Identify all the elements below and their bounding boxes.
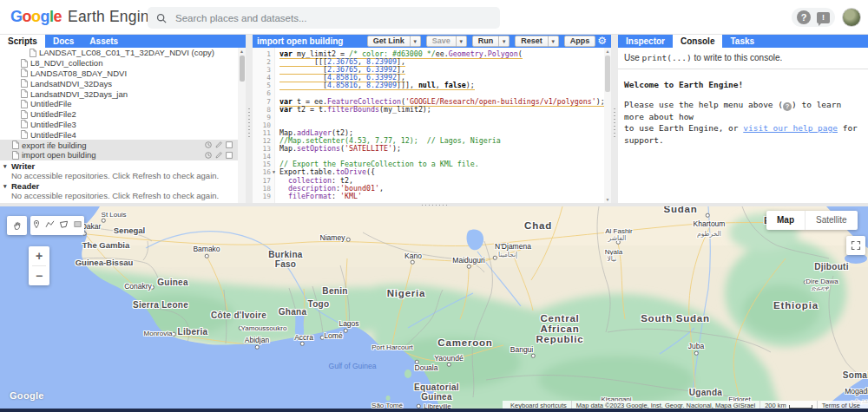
file-icon (21, 130, 28, 139)
file-name: import open building (22, 150, 96, 160)
panel-splitter-left[interactable] (246, 35, 253, 203)
tab-scripts[interactable]: Scripts (0, 35, 45, 48)
code-line[interactable]: [4.85816, 8.23909]]], null, false); (279, 82, 611, 89)
reset-button[interactable]: Reset (515, 36, 549, 47)
zoom-out-button[interactable]: − (29, 266, 49, 285)
revision-history-icon[interactable] (204, 141, 213, 149)
rename-pencil-icon[interactable] (214, 141, 223, 149)
code-editor-panel: import open building Get Link▼Save▼Run▼R… (253, 35, 611, 203)
file-row[interactable]: LANDSAT_LC08_C01_T1_32DAY_NDVI (copy) (0, 48, 246, 58)
rename-pencil-icon[interactable] (214, 151, 223, 160)
pan-tool[interactable] (7, 216, 27, 235)
fullscreen-button[interactable] (846, 236, 865, 255)
map-label: Conakry (124, 282, 152, 291)
code-line[interactable]: var t2 = t.filterBounds(my_limit2); (279, 106, 611, 114)
tab-assets[interactable]: Assets (82, 35, 126, 48)
tab-console[interactable]: Console (673, 35, 722, 48)
writer-message: No accessible repositories. Click Refres… (0, 171, 246, 180)
revision-history-icon[interactable] (204, 151, 213, 160)
console-hint: Use print(...) to write to this console. (618, 48, 868, 69)
settings-gear-icon[interactable]: ⚙ (597, 36, 607, 47)
file-list-scrollbar[interactable]: ▲ (238, 48, 246, 203)
file-row[interactable]: LANDSAT08_8DAY_NDVI (0, 69, 246, 79)
map-label: Bangui (510, 345, 533, 354)
file-row[interactable]: export ife building (0, 140, 246, 150)
map-label: Monrovia (144, 330, 173, 337)
panel-splitter-right[interactable] (611, 35, 618, 203)
tab-docs[interactable]: Docs (45, 35, 82, 48)
file-name: UntitledFile4 (30, 130, 76, 140)
scroll-up-icon[interactable]: ▲ (238, 48, 246, 55)
city-marker-dot (346, 238, 351, 242)
scroll-up-icon[interactable]: ▲ (604, 48, 611, 55)
file-row[interactable]: L8_NDVI_collection (0, 58, 246, 69)
search-box[interactable] (148, 7, 500, 29)
map-label: Kano (404, 252, 422, 260)
editor-buttons: Get Link▼Save▼Run▼Reset▼Apps (367, 36, 596, 47)
file-row[interactable]: LandsatNDVI_32Days (0, 78, 246, 88)
tab-tasks[interactable]: Tasks (722, 35, 762, 48)
earth-engine-logo[interactable]: Google Earth Engine (10, 8, 158, 26)
code-line[interactable]: Map.setOptions('SATELLITE'); (279, 145, 611, 153)
run-dropdown-caret[interactable]: ▼ (499, 36, 510, 47)
get-link-dropdown-caret[interactable]: ▼ (411, 36, 421, 47)
line-tool[interactable] (44, 218, 56, 233)
scrollbar-thumb[interactable] (240, 56, 245, 82)
fold-arrow-icon[interactable]: ▼ (273, 168, 275, 176)
code-area[interactable]: 12345678910111213141516▼171819 var my_li… (253, 48, 611, 203)
search-input[interactable] (175, 13, 491, 23)
feedback-icon[interactable]: ! (817, 12, 830, 23)
save-dropdown-caret[interactable]: ▼ (457, 36, 467, 47)
welcome-title: Welcome to Earth Engine! (624, 79, 862, 91)
save-button[interactable]: Save (426, 36, 457, 47)
scrollbar-thumb[interactable] (605, 56, 610, 92)
help-icon[interactable]: ? (797, 10, 811, 24)
map-label: Gulf of Guinea (329, 362, 377, 370)
polygon-tool[interactable] (58, 218, 69, 233)
checkbox-icon[interactable] (225, 141, 233, 149)
avatar[interactable] (842, 8, 861, 27)
product-name: Earth Engine (68, 8, 158, 26)
marker-tool[interactable] (31, 218, 42, 233)
polyline-icon (44, 219, 56, 230)
run-button[interactable]: Run (472, 36, 500, 47)
scroll-down-icon[interactable]: ▼ (604, 196, 611, 203)
welcome-text: Please use the help menu above (?) to le… (624, 99, 862, 147)
file-row[interactable]: UntitledFile4 (0, 129, 246, 140)
editor-scrollbar[interactable]: ▲ ▼ (604, 48, 611, 203)
reset-dropdown-caret[interactable]: ▼ (549, 36, 559, 47)
reader-section-header[interactable]: ▾Reader (0, 181, 246, 191)
zoom-in-button[interactable]: + (29, 246, 49, 265)
file-icon (21, 120, 28, 128)
code-lines[interactable]: var my_limit2 = /* color: #d63000 */ee.G… (275, 48, 611, 203)
file-row[interactable]: LandsatNDVI_32Days_jan (0, 88, 246, 99)
file-name: UntitledFile2 (30, 109, 76, 119)
line-number-gutter: 12345678910111213141516▼171819 (253, 48, 275, 203)
map-label: Sudan (663, 206, 697, 214)
apps-button[interactable]: Apps (564, 36, 596, 47)
map-viewport[interactable]: St LouisDakarSenegalThe GambiaGuinea-Bis… (0, 206, 868, 412)
rectangle-tool[interactable] (72, 218, 83, 233)
file-name: L8_NDVI_collection (30, 58, 102, 68)
map-label: Maiduguri (452, 256, 484, 265)
file-row[interactable]: UntitledFile2 (0, 109, 246, 120)
help-page-link[interactable]: visit our help page (743, 123, 838, 133)
get-link-button[interactable]: Get Link (367, 36, 411, 47)
top-bar: Google Earth Engine ? ! (0, 0, 868, 35)
city-marker-dot (300, 342, 305, 346)
map-label: Port Harcourt (372, 343, 413, 351)
map-type-map-button[interactable]: Map (766, 211, 805, 230)
code-line[interactable]: fileFormat: 'KML' (279, 193, 611, 200)
checkbox-icon[interactable] (225, 151, 233, 160)
file-row[interactable]: import open building (0, 150, 246, 160)
tab-inspector[interactable]: Inspector (618, 35, 673, 48)
map-splitter[interactable] (0, 203, 868, 206)
file-row[interactable]: UntitledFile3 (0, 120, 246, 130)
map-label: Guinea (157, 278, 188, 288)
map-type-satellite-button[interactable]: Satellite (805, 211, 858, 230)
hand-icon (11, 219, 23, 232)
code-line[interactable] (279, 114, 611, 121)
file-icon (21, 69, 28, 77)
file-row[interactable]: UntitledFile (0, 99, 246, 109)
writer-section-header[interactable]: ▾Writer (0, 161, 246, 171)
